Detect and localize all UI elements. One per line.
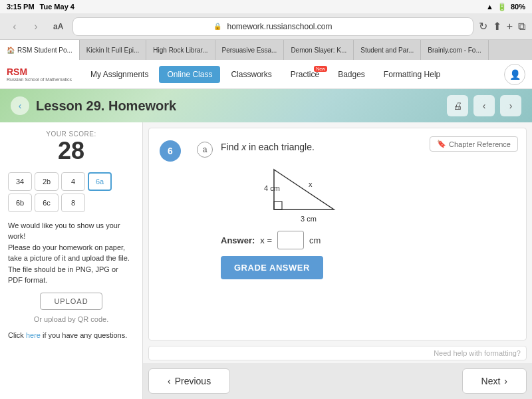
svg-text:3 cm: 3 cm bbox=[301, 215, 317, 223]
nav-practice[interactable]: Practice New bbox=[283, 66, 327, 83]
header-actions: 🖨 ‹ › bbox=[447, 95, 521, 116]
problem-2b[interactable]: 2b bbox=[35, 172, 59, 191]
bookmark-icon: 🔖 bbox=[437, 140, 446, 148]
answer-eq: x = bbox=[260, 235, 272, 245]
page-title: Lesson 29. Homework bbox=[36, 98, 440, 114]
page-header: ‹ Lesson 29. Homework 🖨 ‹ › bbox=[0, 89, 532, 122]
tab-label: RSM Student Po... bbox=[17, 47, 72, 54]
back-button[interactable]: ‹ bbox=[7, 19, 23, 35]
previous-label: Previous bbox=[175, 376, 211, 386]
tab-persuasive[interactable]: Persuasive Essa... bbox=[215, 40, 285, 60]
rsm-logo: RSM Russian School of Mathematics bbox=[7, 66, 72, 82]
problem-6c[interactable]: 6c bbox=[35, 194, 59, 212]
tab-highrock[interactable]: High Rock Librar... bbox=[146, 40, 215, 60]
refresh-button[interactable]: ↻ bbox=[479, 20, 487, 33]
nav-links: My Assignments Online Class Classworks P… bbox=[82, 66, 504, 83]
instructions: We would like you to show us your work!P… bbox=[8, 220, 134, 286]
formatting-help-button[interactable]: Need help with formatting? bbox=[434, 349, 521, 357]
svg-marker-0 bbox=[274, 170, 334, 209]
tab-label: Kickin It Full Epi... bbox=[86, 47, 139, 54]
next-label: Next bbox=[481, 376, 501, 386]
back-button[interactable]: ‹ bbox=[11, 96, 29, 115]
lock-icon: 🔒 bbox=[213, 23, 221, 30]
date: Tue May 4 bbox=[40, 3, 74, 11]
forward-button[interactable]: › bbox=[28, 19, 44, 35]
nav-online-class[interactable]: Online Class bbox=[159, 66, 220, 83]
format-help-row: Need help with formatting? bbox=[148, 346, 527, 360]
back-icon: ‹ bbox=[19, 100, 22, 111]
tab-brainly[interactable]: Brainly.com - Fo... bbox=[421, 40, 488, 60]
nav-formatting-help[interactable]: Formatting Help bbox=[376, 66, 448, 83]
tabs-bar: 🏠 RSM Student Po... Kickin It Full Epi..… bbox=[0, 40, 532, 60]
reader-mode-button[interactable]: aA bbox=[49, 22, 67, 31]
add-bookmark-button[interactable]: + bbox=[507, 20, 513, 33]
user-avatar[interactable]: 👤 bbox=[504, 64, 525, 85]
main-content: YOUR SCORE: 28 34 2b 4 6a 6b 6c 8 We wou… bbox=[0, 122, 532, 399]
here-link[interactable]: here bbox=[26, 331, 41, 339]
battery-icon: 🔋 bbox=[497, 3, 507, 11]
help-text: Click here if you have any questions. bbox=[8, 330, 134, 341]
problem-6b[interactable]: 6b bbox=[8, 194, 32, 212]
svg-text:4 cm: 4 cm bbox=[264, 184, 280, 192]
battery-level: 80% bbox=[511, 3, 525, 11]
chapter-reference-button[interactable]: 🔖 Chapter Reference bbox=[430, 136, 518, 152]
logo-text: RSM bbox=[7, 66, 72, 77]
tab-kickin[interactable]: Kickin It Full Epi... bbox=[80, 40, 146, 60]
previous-button[interactable]: ‹ Previous bbox=[148, 368, 230, 394]
tab-label: Persuasive Essa... bbox=[222, 47, 277, 54]
answer-row: Answer: x = cm bbox=[221, 231, 354, 249]
wifi-icon: ▲ bbox=[486, 3, 493, 11]
help-suffix: if you have any questions. bbox=[43, 331, 127, 339]
upload-button[interactable]: UPLOAD bbox=[40, 293, 102, 310]
problem-4[interactable]: 4 bbox=[61, 172, 85, 191]
answer-input[interactable] bbox=[277, 231, 304, 249]
svg-text:x: x bbox=[309, 180, 313, 188]
score-value: 28 bbox=[8, 138, 134, 164]
answer-unit: cm bbox=[309, 235, 321, 245]
help-prefix: Click bbox=[8, 331, 24, 339]
problem-8[interactable]: 8 bbox=[61, 194, 85, 212]
tab-rsm[interactable]: 🏠 RSM Student Po... bbox=[0, 40, 80, 60]
problem-6a[interactable]: 6a bbox=[88, 172, 112, 191]
next-problem-button[interactable]: › bbox=[500, 95, 521, 116]
nav-classworks[interactable]: Classworks bbox=[223, 66, 279, 83]
next-arrow-icon: › bbox=[504, 376, 507, 386]
score-section: YOUR SCORE: 28 bbox=[8, 130, 134, 164]
question-text: Find x in each triangle. bbox=[221, 142, 354, 152]
problem-grid: 34 2b 4 6a 6b 6c 8 bbox=[8, 172, 134, 212]
logo-subtitle: Russian School of Mathematics bbox=[7, 77, 72, 82]
tab-student[interactable]: Student and Par... bbox=[354, 40, 421, 60]
nav-my-assignments[interactable]: My Assignments bbox=[82, 66, 156, 83]
answer-label: Answer: bbox=[221, 235, 255, 245]
question-part-label: a bbox=[197, 142, 213, 158]
url-text: homework.russianschool.com bbox=[227, 22, 332, 31]
status-bar: 3:15 PM Tue May 4 ▲ 🔋 80% bbox=[0, 0, 532, 13]
question-area: 6 🔖 Chapter Reference a Find x in each t… bbox=[148, 128, 527, 340]
print-button[interactable]: 🖨 bbox=[447, 95, 468, 116]
tabs-button[interactable]: ⧉ bbox=[518, 20, 525, 33]
left-panel: YOUR SCORE: 28 34 2b 4 6a 6b 6c 8 We wou… bbox=[0, 122, 143, 399]
browser-bar: ‹ › aA 🔒 homework.russianschool.com ↻ ⬆ … bbox=[0, 13, 532, 40]
next-button[interactable]: Next › bbox=[462, 368, 527, 394]
prev-problem-button[interactable]: ‹ bbox=[473, 95, 495, 116]
tab-demonslayer[interactable]: Demon Slayer: K... bbox=[284, 40, 354, 60]
url-bar[interactable]: 🔒 homework.russianschool.com bbox=[72, 17, 473, 36]
grade-answer-button[interactable]: GRADE ANSWER bbox=[221, 256, 323, 279]
app-nav: RSM Russian School of Mathematics My Ass… bbox=[0, 60, 532, 89]
tab-label: Brainly.com - Fo... bbox=[428, 47, 481, 54]
qr-link: Or upload by QR code. bbox=[8, 315, 134, 323]
new-badge: New bbox=[314, 66, 327, 72]
tab-label: Demon Slayer: K... bbox=[291, 47, 346, 54]
time: 3:15 PM bbox=[7, 3, 35, 11]
problem-34[interactable]: 34 bbox=[8, 172, 32, 191]
nav-buttons: ‹ Previous Next › bbox=[143, 363, 532, 399]
question-number: 6 bbox=[160, 140, 181, 162]
question-number-circle: 6 bbox=[160, 139, 189, 279]
tab-label: Student and Par... bbox=[360, 47, 414, 54]
chapter-ref-label: Chapter Reference bbox=[449, 140, 511, 148]
triangle-diagram: 4 cm 3 cm x bbox=[261, 163, 354, 223]
prev-arrow-icon: ‹ bbox=[168, 376, 171, 386]
share-button[interactable]: ⬆ bbox=[493, 20, 501, 33]
nav-badges[interactable]: Badges bbox=[330, 66, 373, 83]
svg-rect-1 bbox=[274, 201, 282, 209]
